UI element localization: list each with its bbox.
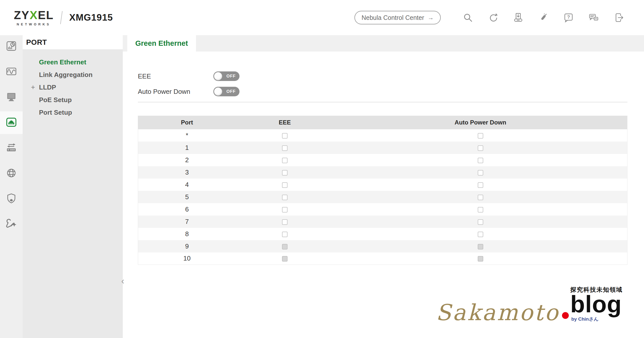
setting-row-eee: EEEOFF	[138, 71, 627, 81]
sidebar-icon-strip	[0, 35, 23, 338]
setting-label: Auto Power Down	[138, 88, 213, 96]
apd-checkbox-port-3[interactable]	[478, 170, 483, 176]
networking-icon	[6, 167, 17, 180]
top-header: ZYXEL NETWORKS XMG1915 Nebula Control Ce…	[0, 0, 644, 35]
table-row-port-8: 8	[138, 228, 627, 240]
port-settings-table: PortEEEAuto Power Down *12345678910	[138, 116, 627, 265]
feedback-icon[interactable]	[588, 12, 599, 23]
table-row-port-2: 2	[138, 154, 627, 166]
port-cell: 8	[138, 228, 236, 240]
menu-item-label: LLDP	[39, 83, 56, 91]
sidebar-tab-security[interactable]	[0, 188, 23, 210]
apd-checkbox-port-6[interactable]	[478, 207, 483, 213]
help-icon[interactable]: ?	[563, 12, 574, 23]
sidebar-item-lldp[interactable]: +LLDP	[23, 81, 123, 94]
apd-checkbox-port-5[interactable]	[478, 195, 483, 200]
toggle-knob	[214, 88, 222, 96]
sidebar-tab-system[interactable]	[0, 86, 23, 109]
eee-checkbox-port-all[interactable]	[282, 133, 288, 139]
toggle-knob	[214, 72, 222, 80]
toggle-state-label: OFF	[226, 74, 236, 79]
apd-checkbox-port-1[interactable]	[478, 145, 483, 151]
search-icon[interactable]	[462, 12, 473, 23]
expand-plus-icon[interactable]: +	[31, 83, 35, 91]
table-row-port-5: 5	[138, 191, 627, 203]
eee-checkbox-port-5[interactable]	[282, 195, 288, 200]
apd-checkbox-port-7[interactable]	[478, 219, 483, 225]
port-cell: 3	[138, 166, 236, 179]
main-content: Green Ethernet EEEOFFAuto Power DownOFF …	[123, 35, 644, 338]
toggle-state-label: OFF	[226, 89, 236, 94]
eee-checkbox-port-4[interactable]	[282, 182, 288, 188]
refresh-icon[interactable]	[488, 12, 499, 23]
nebula-button-label: Nebula Control Center	[361, 14, 424, 21]
switching-icon	[6, 142, 17, 154]
sidebar-item-link-aggregation[interactable]: Link Aggregation	[23, 68, 123, 81]
port-cell: 10	[138, 252, 236, 265]
table-header-row: PortEEEAuto Power Down	[138, 116, 627, 129]
eee-checkbox-port-1[interactable]	[282, 145, 288, 151]
sidebar-item-green-ethernet[interactable]: Green Ethernet	[23, 56, 123, 68]
logo-divider	[60, 11, 63, 24]
eee-checkbox-port-7[interactable]	[282, 219, 288, 225]
port-cell: 6	[138, 203, 236, 216]
wrench-icon[interactable]	[538, 12, 549, 23]
eee-checkbox-port-2[interactable]	[282, 158, 288, 163]
security-icon	[6, 193, 17, 205]
port-cell: 7	[138, 216, 236, 228]
apd-checkbox-port-8[interactable]	[478, 232, 483, 237]
eee-checkbox-port-9	[282, 244, 288, 249]
setting-label: EEE	[138, 72, 213, 80]
apd-checkbox-port-2[interactable]	[478, 158, 483, 163]
table-row-port-9: 9	[138, 240, 627, 252]
auto-power-down-toggle[interactable]: OFF	[213, 87, 239, 96]
menu-list: Green EthernetLink Aggregation+LLDPPoE S…	[23, 49, 123, 119]
sidebar-tab-maintenance[interactable]	[0, 213, 23, 236]
sidebar-tab-port[interactable]	[0, 111, 23, 134]
sidebar-menu: PORT Green EthernetLink Aggregation+LLDP…	[23, 35, 123, 338]
sidebar-tab-networking[interactable]	[0, 162, 23, 185]
nebula-control-center-button[interactable]: Nebula Control Center →	[354, 11, 441, 24]
monitoring-icon	[6, 66, 17, 78]
menu-item-label: Green Ethernet	[39, 58, 86, 66]
port-icon	[6, 116, 17, 129]
apd-checkbox-port-4[interactable]	[478, 182, 483, 188]
menu-item-label: Port Setup	[39, 109, 72, 116]
port-cell: 2	[138, 154, 236, 166]
eee-toggle[interactable]: OFF	[213, 71, 239, 81]
eee-checkbox-port-10	[282, 256, 288, 262]
sidebar-tab-monitoring[interactable]	[0, 61, 23, 83]
dashboard-icon	[6, 40, 17, 53]
sidebar-tab-dashboard[interactable]	[0, 35, 23, 58]
sidebar-item-port-setup[interactable]: Port Setup	[23, 106, 123, 119]
table-row-port-7: 7	[138, 216, 627, 228]
apd-checkbox-port-10	[478, 256, 483, 262]
table-row-port-4: 4	[138, 179, 627, 191]
global-settings: EEEOFFAuto Power DownOFF	[138, 71, 627, 97]
table-row-port-1: 1	[138, 142, 627, 154]
eee-checkbox-port-3[interactable]	[282, 170, 288, 176]
table-row-port-6: 6	[138, 203, 627, 216]
sidebar-collapse-handle[interactable]: ‹	[119, 274, 126, 289]
device-model: XMG1915	[69, 12, 113, 23]
apd-checkbox-port-9	[478, 244, 483, 249]
section-divider	[138, 102, 627, 102]
column-header-eee: EEE	[236, 116, 334, 129]
save-icon[interactable]	[513, 12, 524, 23]
header-icon-bar: ?	[455, 12, 631, 23]
column-header-port: Port	[138, 116, 236, 129]
tab-green-ethernet[interactable]: Green Ethernet	[127, 35, 196, 52]
port-cell: 5	[138, 191, 236, 203]
svg-text:?: ?	[567, 14, 570, 20]
apd-checkbox-port-all[interactable]	[478, 133, 483, 139]
sidebar-tab-switching[interactable]	[0, 137, 23, 159]
sidebar-item-poe-setup[interactable]: PoE Setup	[23, 94, 123, 106]
tab-strip: Green Ethernet	[123, 35, 644, 52]
logout-icon[interactable]	[613, 12, 624, 23]
watermark-byline: by Chinさん	[570, 316, 599, 322]
table-row-port-3: 3	[138, 166, 627, 179]
eee-checkbox-port-8[interactable]	[282, 232, 288, 237]
system-icon	[6, 91, 17, 104]
eee-checkbox-port-6[interactable]	[282, 207, 288, 213]
table-row-port-all: *	[138, 129, 627, 142]
